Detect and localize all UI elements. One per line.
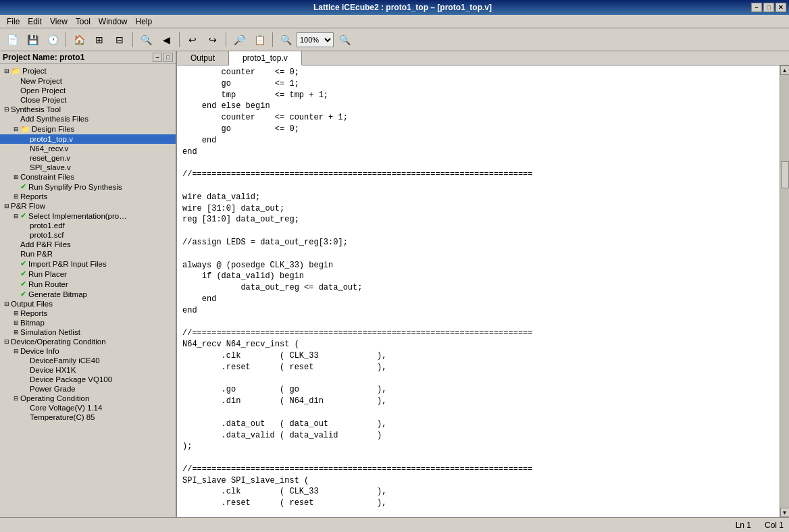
tree-item[interactable]: ⊟📁Project	[0, 65, 176, 76]
toolbar-sep1	[66, 32, 66, 47]
tree-item[interactable]: ⊞Constraint Files	[0, 172, 176, 182]
panel-minimize[interactable]: –	[153, 53, 162, 62]
vertical-scrollbar[interactable]: ▲ ▼	[780, 65, 789, 517]
tree-item[interactable]: Add P&R Files	[0, 240, 176, 249]
tree-item[interactable]: proto1.edf	[0, 221, 176, 230]
toolbar-sep3	[179, 32, 180, 47]
tree-item[interactable]: ⊟Device Info	[0, 346, 176, 356]
undo-button[interactable]: ↩	[183, 31, 202, 49]
tb-btn3[interactable]: 🏠	[70, 31, 88, 49]
copy-button[interactable]: 📋	[250, 31, 269, 49]
tree-toggle[interactable]: ⊞	[12, 192, 20, 201]
tree-label: Run P&R	[20, 250, 53, 258]
tree-item[interactable]: ⊞Reports	[0, 192, 176, 201]
tree-item[interactable]: ⊟📁Design Files	[0, 124, 176, 134]
code-text: counter <= 0; go <= 1; tmp <= tmp + 1; e…	[177, 65, 780, 517]
tree-item[interactable]: DeviceFamily iCE40	[0, 356, 176, 365]
tree-label: Device HX1K	[30, 366, 76, 374]
tree-item[interactable]: ⊟✔Select Implementation(pro…	[0, 211, 176, 221]
tree-item[interactable]: ⊟Device/Operating Condition	[0, 337, 176, 346]
tree-item[interactable]: Run P&R	[0, 249, 176, 259]
tree-toggle[interactable]: ⊞	[12, 309, 20, 317]
tab-output[interactable]: Output	[177, 51, 229, 65]
tb-btn6[interactable]: 🔍	[136, 31, 155, 49]
scroll-down[interactable]: ▼	[780, 508, 790, 517]
menu-edit[interactable]: Edit	[24, 16, 46, 28]
code-content[interactable]: counter <= 0; go <= 1; tmp <= tmp + 1; e…	[177, 65, 780, 517]
tree-item[interactable]: ✔Generate Bitmap	[0, 289, 176, 299]
panel-maximize[interactable]: □	[163, 53, 173, 62]
tree-toggle[interactable]: ⊟	[12, 212, 20, 220]
save-button[interactable]: 💾	[23, 31, 42, 49]
tree-item[interactable]: ⊟Operating Condition	[0, 394, 176, 403]
tree-item[interactable]: Close Project	[0, 95, 176, 105]
zoom-in-button[interactable]: 🔍	[335, 31, 354, 49]
tree-item[interactable]: New Project	[0, 76, 176, 86]
tree-item[interactable]: Power Grade	[0, 384, 176, 394]
tree-label: Synthesis Tool	[11, 105, 61, 113]
tree-item[interactable]: ⊟Output Files	[0, 299, 176, 309]
tree-toggle[interactable]: ⊞	[12, 328, 20, 336]
tree-item[interactable]: Core Voltage(V) 1.14	[0, 403, 176, 413]
tree-item[interactable]: ⊞Bitmap	[0, 318, 176, 327]
tree-toggle[interactable]: ⊞	[12, 319, 20, 327]
menu-file[interactable]: File	[3, 16, 24, 28]
menu-tool[interactable]: Tool	[72, 16, 95, 28]
tree-item[interactable]: Add Synthesis Files	[0, 114, 176, 124]
tree-item[interactable]: reset_gen.v	[0, 153, 176, 163]
tree-toggle[interactable]: ⊟	[3, 105, 11, 113]
tree-item[interactable]: N64_recv.v	[0, 144, 176, 153]
tb-btn4[interactable]: ⊞	[90, 31, 109, 49]
scroll-up[interactable]: ▲	[780, 65, 790, 75]
tree-label: Simulation Netlist	[20, 328, 80, 336]
tree-item[interactable]: ⊞Simulation Netlist	[0, 327, 176, 337]
tree-item[interactable]: Device Package VQ100	[0, 375, 176, 384]
tree-toggle[interactable]: ⊟	[12, 347, 20, 355]
tree-item[interactable]: ✔Import P&R Input Files	[0, 259, 176, 269]
tree-item[interactable]: proto1.scf	[0, 230, 176, 240]
tree-item[interactable]: Open Project	[0, 86, 176, 95]
open-button[interactable]: 🕐	[43, 31, 62, 49]
scroll-track[interactable]	[780, 75, 790, 508]
tree-toggle[interactable]: ⊟	[3, 202, 11, 210]
tab-proto1[interactable]: proto1_top.v	[229, 51, 302, 65]
zoom-out-button[interactable]: 🔍	[276, 31, 295, 49]
tree-toggle[interactable]: ⊟	[12, 125, 20, 133]
tree-item[interactable]: ✔Run Router	[0, 279, 176, 289]
tree-item[interactable]: ✔Run Placer	[0, 269, 176, 279]
menu-view[interactable]: View	[46, 16, 72, 28]
tree-label: Run Placer	[28, 270, 67, 278]
menu-window[interactable]: Window	[95, 16, 132, 28]
tree-toggle[interactable]: ⊞	[12, 173, 20, 181]
menu-bar: File Edit View Tool Window Help	[0, 15, 789, 28]
tb-btn5[interactable]: ⊟	[110, 31, 129, 49]
tree-toggle[interactable]: ⊟	[3, 338, 11, 346]
tree-label: Generate Bitmap	[28, 290, 87, 298]
tree-label: Close Project	[20, 96, 66, 104]
tree-label: Add Synthesis Files	[20, 115, 88, 123]
tb-btn7[interactable]: ◀	[157, 31, 176, 49]
tree-item[interactable]: ⊟Synthesis Tool	[0, 105, 176, 114]
close-button[interactable]: ✕	[775, 3, 786, 12]
scroll-thumb[interactable]	[781, 161, 789, 188]
new-button[interactable]: 📄	[3, 31, 22, 49]
minimize-button[interactable]: –	[751, 3, 762, 12]
maximize-button[interactable]: □	[763, 3, 774, 12]
find-button[interactable]: 🔎	[230, 31, 249, 49]
code-area: counter <= 0; go <= 1; tmp <= tmp + 1; e…	[177, 65, 789, 517]
tree-item[interactable]: proto1_top.v	[0, 134, 176, 144]
zoom-select[interactable]: 100% 75% 125% 150%	[297, 32, 334, 47]
tree-item[interactable]: ✔Run Synplify Pro Synthesis	[0, 182, 176, 192]
tree-item[interactable]: ⊞Reports	[0, 309, 176, 318]
tree-item[interactable]: Device HX1K	[0, 365, 176, 375]
redo-button[interactable]: ↪	[203, 31, 222, 49]
tree-item[interactable]: ⊟P&R Flow	[0, 201, 176, 211]
tree-toggle[interactable]: ⊟	[3, 67, 11, 75]
menu-help[interactable]: Help	[132, 16, 157, 28]
tree-item[interactable]: SPI_slave.v	[0, 163, 176, 172]
tree-label: Bitmap	[20, 319, 45, 327]
tree-toggle[interactable]: ⊟	[12, 394, 20, 402]
tree-item[interactable]: Temperature(C) 85	[0, 413, 176, 422]
tree-toggle[interactable]: ⊟	[3, 300, 11, 308]
toolbar-sep5	[272, 32, 273, 47]
